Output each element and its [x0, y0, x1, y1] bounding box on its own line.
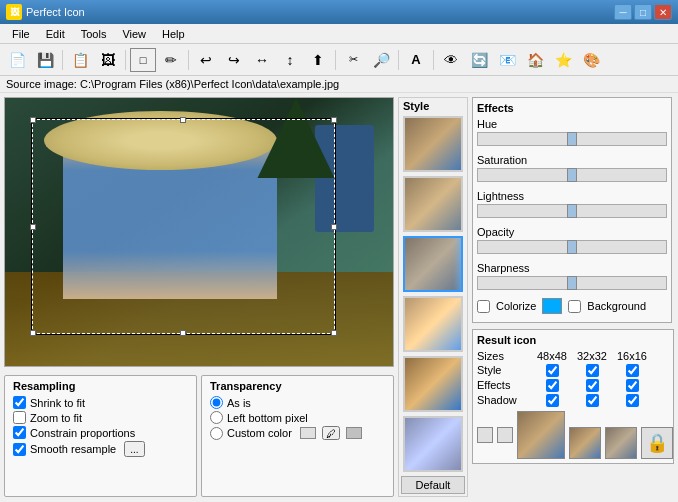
tb-flipv[interactable]: ↕ — [277, 48, 303, 72]
cb-shrink: Shrink to fit — [13, 396, 188, 409]
effect-lightness: Lightness — [477, 190, 667, 220]
style-item-4[interactable] — [403, 356, 463, 412]
style-item-0[interactable] — [403, 116, 463, 172]
colorize-row: Colorize Background — [477, 298, 667, 314]
style-check-48 — [532, 364, 572, 377]
cb-shrink-input[interactable] — [13, 396, 26, 409]
tb-text[interactable]: A — [403, 48, 429, 72]
tb-home[interactable]: 🏠 — [522, 48, 548, 72]
tb-zoom[interactable]: 🔎 — [368, 48, 394, 72]
rb-leftbottom-input[interactable] — [210, 411, 223, 424]
effect-hue: Hue — [477, 118, 667, 148]
tb-email[interactable]: 📧 — [494, 48, 520, 72]
app-icon: 🖼 — [6, 4, 22, 20]
style-item-5[interactable] — [403, 416, 463, 472]
tb-rotate[interactable]: ⬆ — [305, 48, 331, 72]
menu-tools[interactable]: Tools — [73, 26, 115, 42]
left-content: Resampling Shrink to fit Zoom to fit Con… — [0, 93, 398, 501]
cb-smooth-input[interactable] — [13, 443, 26, 456]
maximize-btn[interactable]: □ — [634, 4, 652, 20]
sel-handle-tl[interactable] — [30, 117, 36, 123]
cb-zoom-input[interactable] — [13, 411, 26, 424]
canvas-image — [5, 98, 393, 366]
result-label-style: Style — [477, 364, 532, 377]
style-item-1[interactable] — [403, 176, 463, 232]
result-label-shadow: Shadow — [477, 394, 532, 407]
tb-star[interactable]: ⭐ — [550, 48, 576, 72]
tb-sep6 — [433, 50, 434, 70]
sel-handle-tr[interactable] — [331, 117, 337, 123]
upper-row — [0, 93, 398, 371]
result-col-label: Sizes — [477, 350, 532, 362]
tb-copy[interactable]: 📋 — [67, 48, 93, 72]
sel-handle-tm[interactable] — [180, 117, 186, 123]
icon-preview-32 — [569, 427, 601, 459]
tb-fliph[interactable]: ↔ — [249, 48, 275, 72]
style-check-32 — [572, 364, 612, 377]
sel-handle-br[interactable] — [331, 330, 337, 336]
sel-handle-bl[interactable] — [30, 330, 36, 336]
rb-custom-input[interactable] — [210, 427, 223, 440]
cb-smooth-label: Smooth resample — [30, 443, 116, 455]
tb-sep2 — [125, 50, 126, 70]
cb-constrain: Constrain proportions — [13, 426, 188, 439]
smooth-extra-btn[interactable]: ... — [124, 441, 144, 457]
tb-save[interactable]: 💾 — [32, 48, 58, 72]
menu-file[interactable]: File — [4, 26, 38, 42]
menu-bar: File Edit Tools View Help — [0, 24, 678, 44]
rb-asis-label: As is — [227, 397, 251, 409]
style-default-btn[interactable]: Default — [401, 476, 465, 494]
sharpness-slider[interactable] — [477, 276, 667, 290]
shadow-check-48 — [532, 394, 572, 407]
transparency-title: Transparency — [210, 380, 385, 392]
effects-check-32 — [572, 379, 612, 392]
menu-edit[interactable]: Edit — [38, 26, 73, 42]
minimize-btn[interactable]: ─ — [614, 4, 632, 20]
sel-handle-bm[interactable] — [180, 330, 186, 336]
menu-view[interactable]: View — [114, 26, 154, 42]
shadow-check-16 — [612, 394, 652, 407]
colorize-checkbox[interactable] — [477, 300, 490, 313]
result-size-32: 32x32 — [572, 350, 612, 362]
menu-help[interactable]: Help — [154, 26, 193, 42]
tb-redo[interactable]: ↪ — [221, 48, 247, 72]
lightness-slider[interactable] — [477, 204, 667, 218]
cb-constrain-input[interactable] — [13, 426, 26, 439]
right-panel: Effects Hue Saturation Lightness Opacity… — [468, 93, 678, 501]
sel-handle-ml[interactable] — [30, 224, 36, 230]
style-list — [399, 114, 467, 474]
style-item-2[interactable] — [403, 236, 463, 292]
background-checkbox[interactable] — [568, 300, 581, 313]
resampling-title: Resampling — [13, 380, 188, 392]
result-title: Result icon — [477, 334, 669, 346]
tb-pencil[interactable]: ✏ — [158, 48, 184, 72]
tb-select[interactable]: □ — [130, 48, 156, 72]
tb-refresh[interactable]: 🔄 — [466, 48, 492, 72]
result-row-shadow: Shadow — [477, 394, 669, 407]
tb-img[interactable]: 🖼 — [95, 48, 121, 72]
custom-color-preview — [300, 427, 316, 439]
rb-asis-input[interactable] — [210, 396, 223, 409]
result-panel: Result icon Sizes 48x48 32x32 16x16 Styl… — [472, 329, 674, 464]
tb-undo[interactable]: ↩ — [193, 48, 219, 72]
custom-color-picker-btn[interactable]: 🖊 — [322, 426, 340, 440]
lower-row: Resampling Shrink to fit Zoom to fit Con… — [0, 371, 398, 501]
close-btn[interactable]: ✕ — [654, 4, 672, 20]
color-swatch[interactable] — [542, 298, 562, 314]
tb-sep1 — [62, 50, 63, 70]
cb-constrain-label: Constrain proportions — [30, 427, 135, 439]
effect-opacity-label: Opacity — [477, 226, 667, 238]
sel-handle-mr[interactable] — [331, 224, 337, 230]
saturation-slider[interactable] — [477, 168, 667, 182]
canvas-area[interactable] — [4, 97, 394, 367]
selection-box[interactable] — [32, 119, 335, 333]
style-title: Style — [399, 98, 467, 114]
title-bar: 🖼 Perfect Icon ─ □ ✕ — [0, 0, 678, 24]
opacity-slider[interactable] — [477, 240, 667, 254]
tb-cut[interactable]: ✂ — [340, 48, 366, 72]
tb-eye[interactable]: 👁 — [438, 48, 464, 72]
style-item-3[interactable] — [403, 296, 463, 352]
tb-new[interactable]: 📄 — [4, 48, 30, 72]
hue-slider[interactable] — [477, 132, 667, 146]
tb-paint[interactable]: 🎨 — [578, 48, 604, 72]
